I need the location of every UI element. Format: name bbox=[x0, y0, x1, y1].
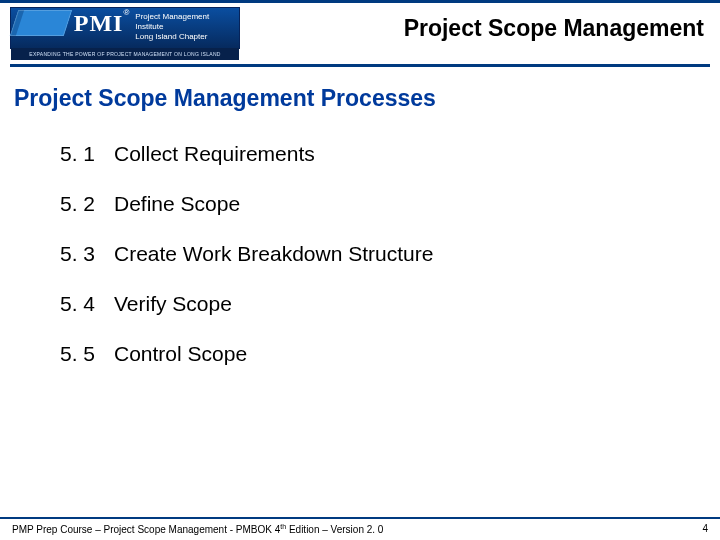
logo-tagline: EXPANDING THE POWER OF PROJECT MANAGEMEN… bbox=[11, 48, 239, 60]
item-number: 5. 2 bbox=[60, 192, 114, 216]
logo-text-block: Project Management Institute Long Island… bbox=[135, 12, 239, 42]
item-number: 5. 3 bbox=[60, 242, 114, 266]
page-title: Project Scope Management bbox=[404, 15, 704, 42]
list-item: 5. 1 Collect Requirements bbox=[60, 142, 710, 166]
logo-abbr: PMI bbox=[74, 10, 124, 37]
logo-diamond-icon bbox=[10, 10, 72, 36]
item-text: Control Scope bbox=[114, 342, 247, 366]
footer-left-a: PMP Prep Course – Project Scope Manageme… bbox=[12, 524, 280, 535]
item-text: Collect Requirements bbox=[114, 142, 315, 166]
list-item: 5. 3 Create Work Breakdown Structure bbox=[60, 242, 710, 266]
item-number: 5. 5 bbox=[60, 342, 114, 366]
logo-line2: Long Island Chapter bbox=[135, 32, 239, 42]
item-number: 5. 4 bbox=[60, 292, 114, 316]
logo-registered: ® bbox=[123, 8, 129, 17]
footer-text: PMP Prep Course – Project Scope Manageme… bbox=[12, 523, 383, 535]
item-number: 5. 1 bbox=[60, 142, 114, 166]
list-item: 5. 5 Control Scope bbox=[60, 342, 710, 366]
item-text: Create Work Breakdown Structure bbox=[114, 242, 433, 266]
list-item: 5. 2 Define Scope bbox=[60, 192, 710, 216]
item-text: Verify Scope bbox=[114, 292, 232, 316]
header: PMI® Project Management Institute Long I… bbox=[0, 3, 720, 52]
slide: PMI® Project Management Institute Long I… bbox=[0, 0, 720, 540]
pmi-logo: PMI® Project Management Institute Long I… bbox=[10, 7, 240, 49]
item-text: Define Scope bbox=[114, 192, 240, 216]
process-list: 5. 1 Collect Requirements 5. 2 Define Sc… bbox=[0, 112, 720, 540]
section-title: Project Scope Management Processes bbox=[0, 67, 720, 112]
page-number: 4 bbox=[702, 523, 708, 534]
list-item: 5. 4 Verify Scope bbox=[60, 292, 710, 316]
logo-line1: Project Management Institute bbox=[135, 12, 239, 32]
footer: PMP Prep Course – Project Scope Manageme… bbox=[0, 517, 720, 540]
footer-left-b: Edition – Version 2. 0 bbox=[286, 524, 383, 535]
